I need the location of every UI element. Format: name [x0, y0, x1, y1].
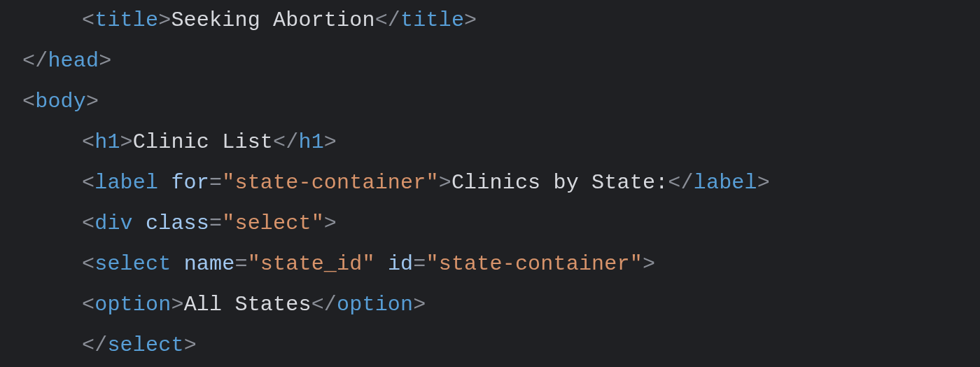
bracket-open: </ — [312, 293, 337, 317]
bracket-close: > — [439, 171, 451, 195]
bracket-close: > — [158, 8, 171, 32]
bracket-close: > — [413, 293, 426, 317]
bracket-open: </ — [273, 130, 298, 154]
attr-value: "state-container" — [426, 252, 642, 276]
attr-value: "select" — [222, 212, 324, 235]
tag-name: body — [35, 90, 86, 113]
space — [171, 252, 183, 276]
tag-name: option — [94, 293, 171, 317]
bracket-close: > — [120, 130, 133, 154]
attr-value: "state_id" — [248, 252, 375, 276]
tag-name: option — [337, 293, 413, 317]
tag-name: head — [48, 49, 99, 73]
tag-name: title — [94, 8, 158, 32]
bracket-close: > — [643, 252, 655, 276]
bracket-open: < — [82, 293, 94, 317]
equals: = — [209, 212, 222, 235]
bracket-open: < — [82, 171, 94, 195]
bracket-open: </ — [22, 49, 48, 73]
bracket-open: < — [22, 90, 35, 113]
space — [133, 212, 146, 235]
space — [375, 252, 388, 276]
tag-name: label — [694, 171, 757, 195]
attr-name: id — [388, 252, 413, 276]
bracket-close: > — [184, 333, 197, 357]
tag-name: select — [94, 252, 171, 276]
text-content: Seeking Abortion — [171, 8, 374, 32]
text-content: Clinic List — [133, 130, 273, 154]
text-content: Clinics by State: — [451, 171, 668, 195]
bracket-close: > — [171, 293, 183, 317]
tag-name: h1 — [94, 130, 120, 154]
bracket-open: </ — [375, 8, 400, 32]
bracket-close: > — [757, 171, 770, 195]
attr-name: name — [184, 252, 235, 276]
bracket-close: > — [464, 8, 477, 32]
equals: = — [234, 252, 247, 276]
bracket-open: </ — [668, 171, 693, 195]
bracket-close: > — [86, 90, 99, 113]
attr-name: class — [146, 212, 209, 235]
tag-name: title — [400, 8, 464, 32]
bracket-close: > — [324, 130, 337, 154]
equals: = — [209, 171, 222, 195]
attr-value: "state-container" — [222, 171, 438, 195]
tag-name: div — [94, 212, 133, 235]
space — [158, 171, 171, 195]
attr-name: for — [171, 171, 209, 195]
bracket-open: < — [82, 212, 94, 235]
bracket-close: > — [324, 212, 337, 235]
tag-name: label — [94, 171, 158, 195]
bracket-open: < — [82, 252, 94, 276]
tag-name: select — [107, 333, 183, 357]
bracket-open: < — [82, 8, 94, 32]
bracket-open: < — [82, 130, 94, 154]
tag-name: h1 — [298, 130, 323, 154]
equals: = — [413, 252, 426, 276]
text-content: All States — [184, 293, 312, 317]
bracket-open: </ — [82, 333, 107, 357]
code-block[interactable]: <title>Seeking Abortion</title> </head> … — [0, 0, 980, 366]
bracket-close: > — [99, 49, 111, 73]
